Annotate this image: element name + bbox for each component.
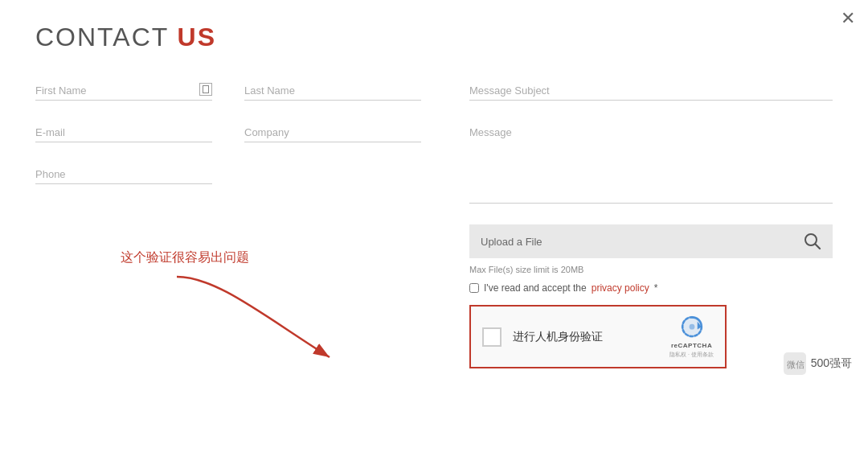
svg-text:微信: 微信 <box>787 360 805 369</box>
field-icon <box>199 83 212 96</box>
recaptcha-checkbox[interactable] <box>482 327 502 347</box>
watermark-icon: 微信 <box>784 352 806 375</box>
email-field <box>35 123 212 142</box>
name-row <box>35 81 421 101</box>
message-subject-input[interactable] <box>469 81 833 101</box>
last-name-field <box>244 81 421 101</box>
message-field <box>469 123 833 204</box>
recaptcha-icon <box>679 315 705 340</box>
svg-point-2 <box>689 324 694 330</box>
left-form-column <box>35 81 421 368</box>
privacy-asterisk: * <box>654 282 658 294</box>
close-button[interactable]: ✕ <box>841 8 855 29</box>
right-form-column: Upload a File Max File(s) size limit is … <box>469 81 833 368</box>
message-textarea[interactable] <box>469 123 833 204</box>
last-name-input[interactable] <box>244 81 421 101</box>
phone-row <box>35 165 421 207</box>
recaptcha-logo: reCAPTCHA 隐私权 · 使用条款 <box>669 315 714 359</box>
recaptcha-label: 进行人机身份验证 <box>513 330 658 344</box>
message-subject-field <box>469 81 833 101</box>
page-title: CONTACT US <box>35 23 833 52</box>
watermark: 微信 500强哥 <box>784 352 852 375</box>
watermark-text: 500强哥 <box>811 356 852 371</box>
privacy-policy-link[interactable]: privacy policy <box>592 282 649 294</box>
privacy-row: I've read and accept the privacy policy … <box>469 282 833 294</box>
file-limit-text: Max File(s) size limit is 20MB <box>469 265 833 274</box>
phone-field <box>35 165 212 184</box>
recaptcha-links: 隐私权 · 使用条款 <box>669 351 714 359</box>
upload-label: Upload a File <box>481 236 542 248</box>
privacy-text-before: I've read and accept the <box>484 282 587 294</box>
privacy-checkbox[interactable] <box>469 283 479 293</box>
recaptcha-widget[interactable]: 进行人机身份验证 reCAPTCHA 隐私权 · 使用条款 <box>469 305 727 368</box>
search-icon[interactable] <box>804 232 821 250</box>
upload-box[interactable]: Upload a File <box>469 224 833 258</box>
company-field <box>244 123 421 142</box>
recaptcha-brand: reCAPTCHA <box>671 342 712 349</box>
first-name-field <box>35 81 212 101</box>
company-input[interactable] <box>244 123 421 142</box>
first-name-input[interactable] <box>35 81 212 101</box>
email-input[interactable] <box>35 123 212 142</box>
email-company-row <box>35 123 421 142</box>
phone-input[interactable] <box>35 165 212 184</box>
upload-section: Upload a File Max File(s) size limit is … <box>469 224 833 368</box>
svg-line-1 <box>816 245 821 249</box>
